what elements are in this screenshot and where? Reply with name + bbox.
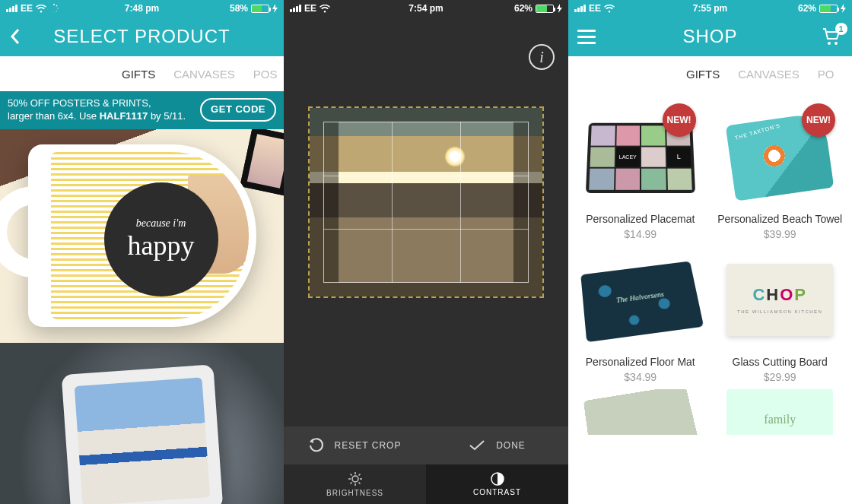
editor-actions: RESET CROP DONE xyxy=(284,426,568,464)
svg-point-5 xyxy=(352,476,358,482)
product-tile-pillow[interactable] xyxy=(0,343,284,504)
svg-point-0 xyxy=(53,4,55,5)
app-header: SHOP 1 xyxy=(568,17,852,56)
svg-line-11 xyxy=(358,483,360,484)
page-title: SELECT PRODUCT xyxy=(53,26,230,47)
crop-frame[interactable] xyxy=(308,106,544,298)
editor-tabs: BRIGHTNESS CONTRAST xyxy=(284,464,568,504)
tab-posters[interactable]: POS xyxy=(253,68,278,81)
tab-posters[interactable]: PO xyxy=(818,68,835,81)
tab-canvases[interactable]: CANVASES xyxy=(738,68,800,81)
signal-icon xyxy=(6,5,17,12)
plate-graphic: L♥VE xyxy=(583,389,701,435)
svg-line-10 xyxy=(350,474,351,476)
carrier-label: EE xyxy=(589,3,601,14)
tab-gifts[interactable]: GIFTS xyxy=(122,68,155,81)
mug-text-2: happy xyxy=(128,230,195,262)
svg-point-3 xyxy=(56,11,57,11)
signal-icon xyxy=(290,5,301,12)
battery-pct-label: 58% xyxy=(230,3,248,14)
carrier-label: EE xyxy=(21,3,33,14)
wifi-icon xyxy=(604,5,615,13)
svg-point-1 xyxy=(56,5,58,7)
product-name: Personalized Placemat xyxy=(576,213,705,225)
status-bar: EE 7:55 pm 62% xyxy=(568,0,852,17)
wifi-icon xyxy=(320,5,330,13)
tab-canvases[interactable]: CANVASES xyxy=(173,68,235,81)
brightness-label: BRIGHTNESS xyxy=(326,489,383,497)
pillow-graphic xyxy=(61,364,223,504)
clock-label: 7:48 pm xyxy=(125,3,159,14)
tab-gifts[interactable]: GIFTS xyxy=(686,68,720,81)
status-bar: EE 7:48 pm 58% xyxy=(0,0,284,17)
glass-graphic: family xyxy=(726,389,833,435)
charging-icon xyxy=(272,4,278,13)
done-button[interactable]: DONE xyxy=(426,426,568,464)
promo-line2: larger than 6x4. Use HALF1117 by 5/11. xyxy=(8,110,186,123)
cart-button[interactable]: 1 xyxy=(822,27,841,46)
product-name: Personalized Beach Towel xyxy=(716,213,845,225)
product-tile-mug[interactable]: because i'm happy xyxy=(0,129,284,343)
signal-icon xyxy=(574,5,586,12)
svg-point-4 xyxy=(53,11,54,12)
promo-text: 50% OFF POSTERS & PRINTS, larger than 6x… xyxy=(8,97,186,123)
contrast-label: CONTRAST xyxy=(473,488,521,496)
new-badge: NEW! xyxy=(802,103,835,137)
battery-pct-label: 62% xyxy=(514,3,532,14)
category-tabs: GIFTS CANVASES POS xyxy=(0,56,284,91)
charging-icon xyxy=(557,4,562,13)
battery-icon xyxy=(251,5,269,13)
status-bar: EE 7:54 pm 62% xyxy=(284,0,568,17)
back-icon[interactable] xyxy=(9,27,21,46)
brightness-icon xyxy=(348,471,363,487)
menu-button[interactable] xyxy=(577,30,596,44)
product-card-cutboard[interactable]: CHOP THE WILLIAMSON KITCHEN Glass Cuttin… xyxy=(716,246,845,383)
mug-graphic: because i'm happy xyxy=(28,144,256,327)
wifi-icon xyxy=(36,5,46,13)
photo-frame-decor xyxy=(240,129,284,195)
charging-icon xyxy=(841,4,846,13)
battery-pct-label: 62% xyxy=(798,3,816,14)
cutboard-graphic: CHOP THE WILLIAMSON KITCHEN xyxy=(726,264,833,336)
mug-text-1: because i'm xyxy=(136,217,186,230)
product-name: Personalized Floor Mat xyxy=(576,356,705,368)
contrast-icon xyxy=(491,472,504,486)
get-code-button[interactable]: GET CODE xyxy=(200,98,276,122)
done-label: DONE xyxy=(496,440,526,451)
check-icon xyxy=(469,439,485,452)
page-title: SHOP xyxy=(682,26,737,47)
loading-icon xyxy=(49,4,59,13)
product-price: $29.99 xyxy=(716,371,845,383)
product-price: $34.99 xyxy=(576,371,705,383)
photo-editor: i xyxy=(284,17,568,426)
svg-point-2 xyxy=(57,8,59,9)
product-price: $14.99 xyxy=(576,228,705,240)
product-card-floormat[interactable]: The Halvorsens Personalized Floor Mat $3… xyxy=(576,246,705,383)
reset-icon xyxy=(309,438,324,453)
app-header: SELECT PRODUCT xyxy=(0,17,284,56)
product-card-partial-1[interactable]: L♥VE xyxy=(576,389,705,435)
product-card-partial-2[interactable]: family xyxy=(716,389,845,435)
product-card-placemat[interactable]: LACEYL NEW! Personalized Placemat $14.99 xyxy=(576,103,705,240)
cart-badge: 1 xyxy=(835,23,847,35)
floormat-graphic: The Halvorsens xyxy=(580,261,704,342)
reset-crop-button[interactable]: RESET CROP xyxy=(284,426,426,464)
product-price: $39.99 xyxy=(716,228,845,240)
battery-icon xyxy=(536,5,554,13)
svg-line-12 xyxy=(350,483,351,484)
brightness-tab[interactable]: BRIGHTNESS xyxy=(284,464,426,504)
svg-point-15 xyxy=(828,42,831,45)
clock-label: 7:55 pm xyxy=(693,3,727,14)
svg-point-16 xyxy=(835,42,838,45)
carrier-label: EE xyxy=(304,3,316,14)
battery-icon xyxy=(819,5,838,13)
product-name: Glass Cutting Board xyxy=(716,356,845,368)
contrast-tab[interactable]: CONTRAST xyxy=(426,464,568,504)
promo-banner[interactable]: 50% OFF POSTERS & PRINTS, larger than 6x… xyxy=(0,91,284,129)
reset-crop-label: RESET CROP xyxy=(335,440,402,451)
product-card-towel[interactable]: THE TAXTON'S NEW! Personalized Beach Tow… xyxy=(716,103,845,240)
info-button[interactable]: i xyxy=(529,44,555,70)
clock-label: 7:54 pm xyxy=(409,3,443,14)
category-tabs: GIFTS CANVASES PO xyxy=(568,56,852,91)
new-badge: NEW! xyxy=(663,103,696,137)
